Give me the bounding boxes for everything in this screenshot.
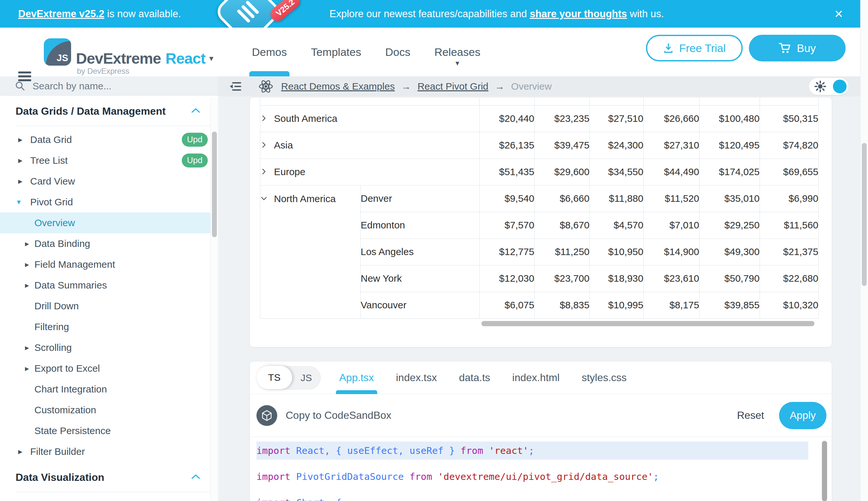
pivot-grid-demo-card: South America$20,440$23,235$27,510$26,66…	[250, 97, 832, 347]
pivot-region-content: South America	[260, 113, 480, 124]
sidebar-scrollbar[interactable]	[210, 97, 218, 501]
sidebar-item-scrolling[interactable]: ▶Scrolling	[0, 337, 218, 358]
sidebar-item-data-summaries[interactable]: ▶Data Summaries	[0, 275, 218, 296]
pivot-value-cell: $24,300	[590, 132, 644, 159]
code-token: ,	[398, 445, 410, 456]
sidebar-item-customization[interactable]: Customization	[0, 399, 218, 420]
nav-item-templates[interactable]: Templates	[311, 28, 361, 76]
triangle-collapsed-icon: ▶	[25, 283, 29, 288]
sidebar-item-export-to-excel[interactable]: ▶Export to Excel	[0, 358, 218, 379]
reset-button[interactable]: Reset	[737, 409, 764, 422]
chevron-right-icon[interactable]	[260, 140, 267, 151]
pivot-cell-empty	[480, 97, 535, 105]
active-nav-indicator	[249, 71, 289, 76]
copy-to-codesandbox-label[interactable]: Copy to CodeSandBox	[286, 409, 392, 422]
sidebar-item-data-binding[interactable]: ▶Data Binding	[0, 233, 218, 254]
sidebar-scrollbar-thumb[interactable]	[212, 131, 217, 237]
pivot-city-cell: New York	[361, 265, 480, 292]
tab-styles-css[interactable]: styles.css	[582, 362, 627, 394]
sidebar-item-chart-integration[interactable]: Chart Integration	[0, 379, 218, 399]
tab-app-tsx[interactable]: App.tsx	[339, 362, 374, 394]
language-toggle[interactable]: TS JS	[256, 366, 321, 390]
nav-item-releases[interactable]: Releases▾	[434, 28, 481, 76]
pivot-value-cell: $39,475	[535, 132, 590, 159]
pivot-region-cell[interactable]: Asia	[260, 132, 480, 159]
buy-button[interactable]: Buy	[749, 35, 846, 61]
tab-index-html[interactable]: index.html	[512, 362, 560, 394]
sidebar-item-label: Card View	[30, 176, 75, 187]
theme-toggle-knob[interactable]	[833, 79, 847, 93]
apply-button[interactable]: Apply	[779, 402, 826, 429]
sidebar-item-pivot-grid[interactable]: ▼Pivot Grid	[0, 192, 218, 213]
download-icon	[663, 43, 674, 54]
page-scrollbar[interactable]	[860, 0, 868, 501]
pivot-city-cell: Denver	[361, 185, 480, 212]
sidebar-item-label: Filtering	[34, 321, 69, 332]
pivot-horizontal-scrollbar[interactable]	[481, 321, 814, 326]
codesandbox-icon[interactable]	[256, 405, 277, 426]
chevron-right-icon[interactable]	[260, 113, 267, 124]
sidebar-item-field-management[interactable]: ▶Field Management	[0, 254, 218, 275]
sidebar-item-overview[interactable]: Overview	[0, 213, 218, 233]
hamburger-menu-icon[interactable]	[18, 72, 31, 83]
pivot-row-city: North AmericaDenver$9,540$6,660$11,880$1…	[260, 185, 818, 212]
pivot-region-cell[interactable]: South America	[260, 105, 480, 132]
sidebar-item-filter-builder[interactable]: ▶Filter Builder	[0, 441, 218, 462]
collapse-sidebar-icon[interactable]	[229, 81, 242, 92]
sidebar-item-filtering[interactable]: Filtering	[0, 317, 218, 337]
theme-toggle[interactable]	[809, 78, 848, 95]
sidebar-item-data-grid[interactable]: ▶Data GridUpd	[0, 129, 218, 150]
search-input[interactable]	[32, 80, 172, 92]
pivot-value-cell: $6,075	[480, 292, 535, 318]
breadcrumb-link[interactable]: React Pivot Grid	[417, 81, 488, 92]
pivot-value-cell: $11,560	[760, 212, 818, 238]
chevron-down-icon[interactable]	[260, 193, 267, 204]
devextreme-js-logo[interactable]: JS	[44, 38, 71, 66]
logo-title-text: DevExtreme	[76, 50, 161, 67]
pivot-grid: South America$20,440$23,235$27,510$26,66…	[260, 97, 818, 319]
sidebar-section-data-visualization[interactable]: Data Visualization	[0, 468, 218, 487]
code-token: 'react'	[489, 445, 528, 456]
pivot-value-cell: $8,835	[535, 292, 590, 318]
sidebar-item-label: Data Binding	[34, 238, 90, 249]
version-link[interactable]: DevExtreme v25.2	[18, 8, 104, 20]
code-editor[interactable]: import React, { useEffect, useRef } from…	[250, 437, 832, 501]
code-token: from	[461, 445, 489, 456]
code-token: React	[296, 445, 324, 456]
page-scrollbar-thumb[interactable]	[862, 143, 867, 286]
code-token: , {	[325, 497, 341, 501]
pivot-value-cell: $35,010	[700, 185, 760, 212]
file-tab-label: styles.css	[582, 372, 627, 384]
toggle-ts[interactable]: TS	[256, 366, 292, 389]
sidebar-section-data-grids-data-management[interactable]: Data Grids / Data Management	[0, 102, 218, 120]
tab-index-tsx[interactable]: index.tsx	[396, 362, 437, 394]
code-line: import React, { useEffect, useRef } from…	[256, 441, 808, 460]
sidebar-item-label: Scrolling	[34, 342, 72, 353]
banner-message-center: Explore our newest features/capabilities…	[329, 8, 664, 20]
tab-data-ts[interactable]: data.ts	[459, 362, 490, 394]
pivot-cell-empty	[760, 97, 818, 105]
pivot-row-region: South America$20,440$23,235$27,510$26,66…	[260, 105, 818, 132]
pivot-value-cell: $74,820	[760, 132, 818, 159]
sidebar-item-state-persistence[interactable]: State Persistence	[0, 420, 218, 441]
pivot-value-cell: $100,480	[700, 105, 760, 132]
breadcrumb-link[interactable]: React Demos & Examples	[281, 81, 395, 92]
pivot-region-cell[interactable]: North America	[260, 185, 361, 318]
sidebar-item-label: Customization	[34, 405, 96, 416]
logo-js-text: JS	[57, 53, 68, 63]
code-scrollbar-thumb[interactable]	[822, 441, 827, 501]
free-trial-button[interactable]: Free Trial	[646, 35, 743, 61]
share-thoughts-link[interactable]: share your thoughts	[530, 8, 627, 20]
code-token: , {	[325, 445, 347, 456]
pivot-value-cell: $12,030	[480, 265, 535, 292]
logo-title[interactable]: DevExtremeReact▾	[76, 50, 213, 67]
pivot-region-cell[interactable]: Europe	[260, 159, 480, 185]
sidebar-item-card-view[interactable]: ▶Card View	[0, 171, 218, 192]
sidebar-item-drill-down[interactable]: Drill Down	[0, 296, 218, 317]
nav-item-docs[interactable]: Docs	[385, 28, 410, 76]
close-icon[interactable]: ✕	[834, 9, 844, 20]
toggle-js[interactable]: JS	[292, 372, 320, 383]
chevron-right-icon[interactable]	[260, 166, 267, 178]
nav-item-demos[interactable]: Demos	[252, 28, 287, 76]
sidebar-item-tree-list[interactable]: ▶Tree ListUpd	[0, 150, 218, 171]
